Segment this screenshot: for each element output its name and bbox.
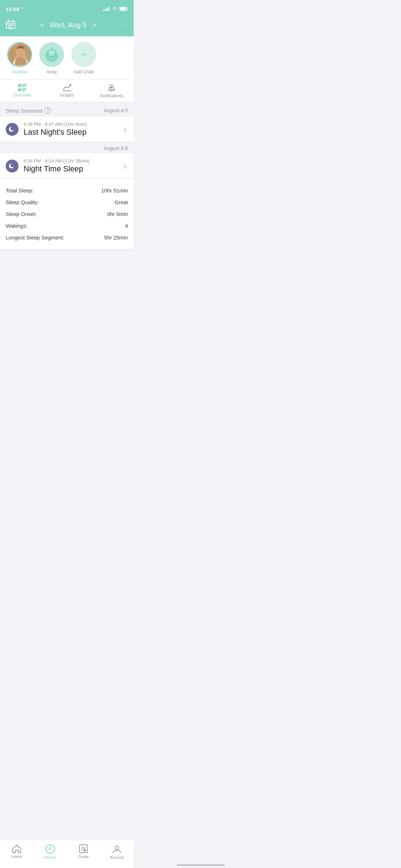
chevron-up-icon[interactable]: ∧	[123, 162, 128, 170]
add-icon: +	[81, 49, 87, 60]
sleep-quality-value: Great	[114, 199, 128, 205]
night-time-sleep-header[interactable]: 8:36 PM - 8:14 AM (11hr 38min) Night Tim…	[0, 153, 134, 179]
child-andrew-name: Andrew	[12, 69, 27, 74]
child-andrew-avatar	[7, 42, 32, 67]
tab-overview-label: Overview	[13, 93, 31, 98]
children-selector: Andrew Andy + Add Child	[0, 36, 134, 80]
total-sleep-value: 10hr 51min	[101, 187, 128, 193]
sleep-onset-value: 0hr 0min	[107, 211, 128, 217]
spacer	[0, 253, 134, 268]
section-date-1: August 4-5	[104, 108, 128, 113]
wakings-row: Wakings: 4	[6, 220, 128, 232]
prev-date-button[interactable]: <	[40, 21, 44, 29]
svg-rect-33	[22, 90, 25, 91]
overview-icon	[18, 84, 27, 91]
svg-rect-11	[10, 27, 11, 28]
next-date-button[interactable]: >	[92, 21, 96, 29]
sleep-info-2: 8:36 PM - 8:14 AM (11hr 38min) Night Tim…	[24, 158, 89, 174]
sleep-time-range-2: 8:36 PM - 8:14 AM (11hr 38min)	[24, 158, 89, 164]
tab-graphs[interactable]: Graphs	[45, 80, 89, 102]
section-title: Sleep Sessions ?	[6, 107, 51, 114]
sleep-quality-row: Sleep Quality: Great	[6, 196, 128, 208]
calendar-icon[interactable]	[6, 19, 16, 31]
svg-point-18	[21, 51, 24, 54]
sleep-sessions-header: Sleep Sessions ? August 4-5	[0, 102, 134, 117]
svg-point-16	[16, 48, 25, 57]
wakings-value: 4	[125, 223, 128, 229]
svg-rect-10	[8, 27, 10, 28]
current-date: Wed, Aug 5	[50, 21, 87, 29]
sleep-details: Total Sleep: 10hr 51min Sleep Quality: G…	[0, 179, 134, 249]
svg-rect-1	[127, 8, 128, 10]
svg-rect-29	[22, 84, 27, 85]
last-nights-sleep-card[interactable]: 9:38 PM - 8:47 AM (11hr 9min) Last Night…	[0, 117, 134, 142]
graphs-icon	[63, 84, 71, 91]
child-andrew[interactable]: Andrew	[7, 42, 32, 74]
sleep-card-left-2: 8:36 PM - 8:14 AM (11hr 38min) Night Tim…	[6, 158, 89, 174]
sleep-moon-icon-2	[6, 160, 19, 172]
status-time: 12:08	[6, 6, 24, 12]
andrew-photo	[8, 43, 32, 67]
andy-avatar-bg	[39, 42, 64, 67]
tab-overview[interactable]: Overview	[0, 80, 45, 102]
longest-segment-row: Longest Sleep Segment: 5hr 25min	[6, 232, 128, 243]
sleep-info-1: 9:38 PM - 8:47 AM (11hr 9min) Last Night…	[24, 122, 87, 137]
sleep-quality-label: Sleep Quality:	[6, 199, 39, 205]
night-time-sleep-card[interactable]: 8:36 PM - 8:14 AM (11hr 38min) Night Tim…	[0, 153, 134, 249]
sleep-title-1: Last Night's Sleep	[24, 128, 87, 137]
battery-icon	[119, 7, 128, 11]
svg-point-17	[18, 51, 20, 54]
svg-rect-20	[18, 46, 23, 50]
svg-rect-7	[8, 25, 10, 26]
tabs-row: Overview Graphs Notifications	[0, 80, 134, 102]
location-icon	[21, 7, 24, 11]
sleep-title-2: Night Time Sleep	[24, 164, 89, 174]
svg-point-14	[16, 48, 26, 58]
total-sleep-label: Total Sleep:	[6, 187, 34, 193]
svg-rect-31	[18, 88, 21, 91]
longest-segment-value: 5hr 25min	[104, 234, 128, 241]
sleep-onset-row: Sleep Onset: 0hr 0min	[6, 208, 128, 220]
svg-rect-8	[10, 25, 11, 26]
svg-rect-28	[18, 84, 21, 87]
tab-notifications-label: Notifications	[100, 93, 123, 98]
svg-point-25	[52, 52, 54, 53]
svg-rect-2	[120, 8, 126, 10]
notifications-icon	[108, 84, 115, 92]
sleep-card-left-1: 9:38 PM - 8:47 AM (11hr 9min) Last Night…	[6, 122, 87, 137]
status-bar: 12:08	[0, 0, 134, 16]
more-options-button[interactable]: •••	[121, 24, 128, 27]
help-icon[interactable]: ?	[45, 107, 51, 114]
child-andy-name: Andy	[46, 69, 57, 74]
svg-rect-9	[12, 25, 13, 26]
section-date-2: August 5-6	[0, 142, 134, 153]
add-child-button[interactable]: + Add Child	[71, 42, 96, 74]
header: < Wed, Aug 5 > •••	[0, 16, 134, 36]
tab-notifications[interactable]: Notifications	[89, 80, 134, 102]
main-content: Sleep Sessions ? August 4-5 9:38 PM - 8:…	[0, 102, 134, 300]
add-child-label: Add Child	[74, 69, 94, 74]
tab-graphs-label: Graphs	[60, 93, 74, 98]
chevron-down-icon-1[interactable]: ∨	[123, 125, 128, 134]
sleep-onset-label: Sleep Onset:	[6, 211, 37, 217]
signal-icon	[103, 7, 109, 11]
longest-segment-label: Longest Sleep Segment:	[6, 234, 64, 241]
child-andy[interactable]: Andy	[39, 42, 64, 74]
wakings-label: Wakings:	[6, 223, 27, 229]
time-display: 12:08	[6, 6, 19, 12]
status-icons	[103, 7, 128, 11]
wifi-icon	[112, 7, 117, 11]
add-child-circle: +	[71, 42, 96, 67]
total-sleep-row: Total Sleep: 10hr 51min	[6, 185, 128, 196]
svg-rect-34	[63, 91, 71, 91]
last-nights-sleep-header[interactable]: 9:38 PM - 8:47 AM (11hr 9min) Last Night…	[0, 117, 134, 142]
svg-rect-30	[22, 86, 25, 87]
svg-point-27	[51, 47, 53, 49]
svg-point-24	[50, 52, 51, 53]
sleep-time-range-1: 9:38 PM - 8:47 AM (11hr 9min)	[24, 122, 87, 127]
svg-rect-32	[22, 88, 27, 89]
child-andy-avatar	[39, 42, 64, 67]
sleep-moon-icon-1	[6, 123, 19, 136]
date-navigation: < Wed, Aug 5 >	[40, 21, 96, 29]
